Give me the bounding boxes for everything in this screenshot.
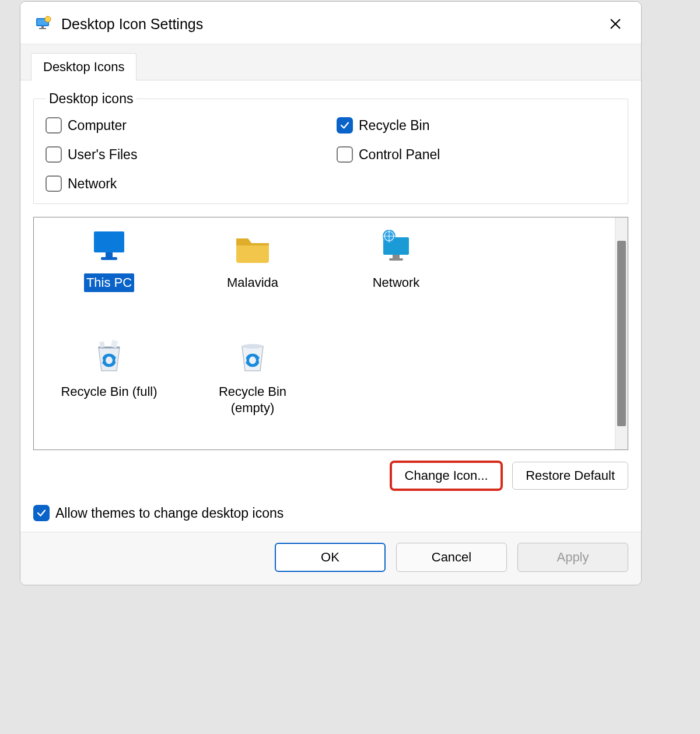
svg-rect-5 <box>94 231 124 252</box>
checkbox-label: Allow themes to change desktop icons <box>55 505 284 521</box>
checkbox-recycle-bin[interactable]: Recycle Bin <box>337 117 616 134</box>
checkbox-label: User's Files <box>68 147 137 163</box>
folder-icon <box>232 227 274 269</box>
svg-point-4 <box>45 16 51 22</box>
svg-point-14 <box>242 344 263 349</box>
svg-rect-3 <box>39 28 46 29</box>
svg-rect-9 <box>393 255 400 258</box>
checkbox-icon <box>46 146 62 163</box>
checkbox-icon <box>46 175 62 192</box>
apply-button: Apply <box>517 543 628 572</box>
checkbox-icon <box>337 117 353 134</box>
window-title: Desktop Icon Settings <box>61 16 604 33</box>
icon-item-this-pc[interactable]: This PC <box>51 224 167 292</box>
close-button[interactable] <box>604 12 627 36</box>
icon-label: This PC <box>84 273 134 292</box>
checkbox-icon <box>33 505 50 521</box>
icon-item-recycle-bin-empty[interactable]: Recycle Bin (empty) <box>194 333 311 417</box>
groupbox-legend: Desktop icons <box>46 91 136 107</box>
scrollbar-thumb[interactable] <box>617 241 626 426</box>
icon-label: Recycle Bin (full) <box>58 382 159 401</box>
titlebar: Desktop Icon Settings <box>20 2 641 44</box>
svg-rect-7 <box>101 257 117 260</box>
close-icon <box>609 17 622 30</box>
checkbox-label: Control Panel <box>359 147 440 163</box>
tabstrip: Desktop Icons <box>20 44 641 80</box>
icon-action-row: Change Icon... Restore Default <box>33 462 628 490</box>
checkbox-computer[interactable]: Computer <box>46 117 325 134</box>
icon-item-recycle-bin-full[interactable]: Recycle Bin (full) <box>51 333 167 401</box>
network-monitor-icon <box>375 227 417 269</box>
icon-item-malavida[interactable]: Malavida <box>194 224 311 292</box>
app-icon <box>34 15 53 33</box>
scrollbar[interactable] <box>615 217 628 449</box>
restore-default-button[interactable]: Restore Default <box>512 462 628 490</box>
svg-rect-2 <box>41 26 44 28</box>
checkbox-label: Computer <box>68 118 127 134</box>
change-icon-button[interactable]: Change Icon... <box>391 462 502 490</box>
svg-rect-10 <box>389 258 403 261</box>
icon-preview-list[interactable]: This PC Malavida <box>33 217 628 450</box>
tab-desktop-icons[interactable]: Desktop Icons <box>31 53 136 80</box>
checkbox-users-files[interactable]: User's Files <box>46 146 325 163</box>
checkbox-control-panel[interactable]: Control Panel <box>337 146 616 163</box>
cancel-button[interactable]: Cancel <box>396 543 507 572</box>
icon-label: Network <box>370 273 422 292</box>
recycle-bin-empty-icon <box>232 336 274 378</box>
checkbox-network[interactable]: Network <box>46 175 325 192</box>
checkbox-label: Network <box>68 176 117 192</box>
svg-rect-12 <box>99 341 105 347</box>
ok-button[interactable]: OK <box>275 543 386 572</box>
desktop-icon-settings-window: Desktop Icon Settings Desktop Icons Desk… <box>20 1 642 585</box>
checkbox-label: Recycle Bin <box>359 118 429 134</box>
icon-item-network[interactable]: Network <box>338 224 454 292</box>
recycle-bin-full-icon <box>88 336 130 378</box>
icon-label: Malavida <box>225 273 281 292</box>
svg-rect-6 <box>106 252 113 257</box>
dialog-footer: OK Cancel Apply <box>20 532 641 585</box>
tab-body: Desktop icons Computer Recycle Bin User'… <box>20 80 641 532</box>
desktop-icons-groupbox: Desktop icons Computer Recycle Bin User'… <box>33 91 628 204</box>
checkbox-allow-themes[interactable]: Allow themes to change desktop icons <box>33 505 628 521</box>
checkbox-icon <box>337 146 353 163</box>
checkbox-icon <box>46 117 62 134</box>
icon-label: Recycle Bin (empty) <box>194 382 311 417</box>
monitor-icon <box>88 227 130 269</box>
